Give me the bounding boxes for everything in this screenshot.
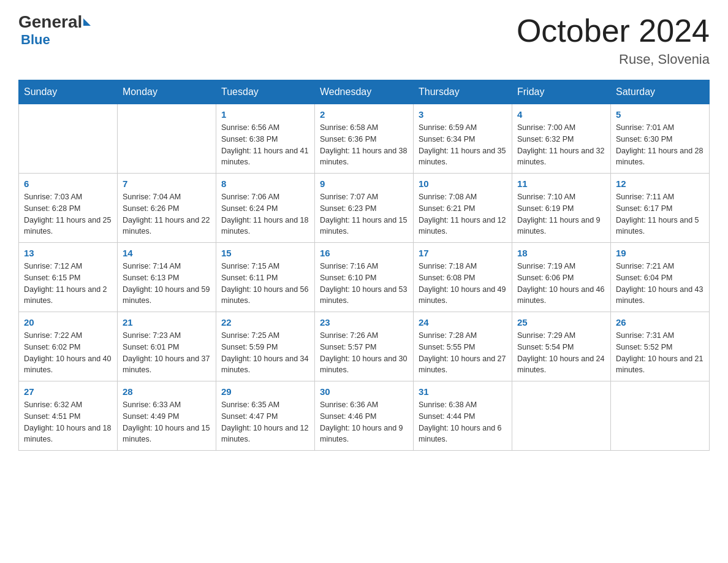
calendar-cell: 31Sunrise: 6:38 AMSunset: 4:44 PMDayligh… [414,381,512,451]
day-number: 14 [123,248,211,258]
day-info: Sunrise: 7:04 AMSunset: 6:26 PMDaylight:… [123,191,211,237]
calendar-header-row: Sunday Monday Tuesday Wednesday Thursday… [19,80,710,104]
day-number: 28 [123,386,211,397]
calendar-cell: 12Sunrise: 7:11 AMSunset: 6:17 PMDayligh… [611,174,710,243]
col-thursday: Thursday [414,80,512,104]
day-info: Sunrise: 7:03 AMSunset: 6:28 PMDaylight:… [24,191,112,237]
calendar-cell: 3Sunrise: 6:59 AMSunset: 6:34 PMDaylight… [414,104,512,174]
calendar-cell: 6Sunrise: 7:03 AMSunset: 6:28 PMDaylight… [19,174,118,243]
day-number: 4 [517,109,605,120]
day-number: 11 [517,178,605,189]
day-info: Sunrise: 7:31 AMSunset: 5:52 PMDaylight:… [616,330,704,376]
calendar-week-row: 6Sunrise: 7:03 AMSunset: 6:28 PMDaylight… [19,174,710,243]
day-info: Sunrise: 7:28 AMSunset: 5:55 PMDaylight:… [419,330,507,376]
day-info: Sunrise: 7:26 AMSunset: 5:57 PMDaylight:… [320,330,408,376]
day-info: Sunrise: 7:18 AMSunset: 6:08 PMDaylight:… [419,261,507,307]
logo-blue-text: Blue [21,32,50,47]
calendar-cell: 28Sunrise: 6:33 AMSunset: 4:49 PMDayligh… [118,381,216,451]
calendar-cell: 16Sunrise: 7:16 AMSunset: 6:10 PMDayligh… [315,243,414,312]
day-info: Sunrise: 7:19 AMSunset: 6:06 PMDaylight:… [517,261,605,307]
day-info: Sunrise: 6:59 AMSunset: 6:34 PMDaylight:… [419,122,507,168]
calendar-cell: 17Sunrise: 7:18 AMSunset: 6:08 PMDayligh… [414,243,512,312]
calendar-cell: 10Sunrise: 7:08 AMSunset: 6:21 PMDayligh… [414,174,512,243]
day-number: 10 [419,178,507,189]
day-number: 12 [616,178,704,189]
calendar-cell [118,104,216,174]
calendar-cell: 8Sunrise: 7:06 AMSunset: 6:24 PMDaylight… [216,174,315,243]
col-monday: Monday [118,80,216,104]
calendar-cell: 5Sunrise: 7:01 AMSunset: 6:30 PMDaylight… [611,104,710,174]
day-number: 29 [221,386,309,397]
day-number: 22 [221,317,309,327]
day-info: Sunrise: 7:08 AMSunset: 6:21 PMDaylight:… [419,191,507,237]
calendar-cell: 25Sunrise: 7:29 AMSunset: 5:54 PMDayligh… [512,312,611,381]
calendar-cell: 18Sunrise: 7:19 AMSunset: 6:06 PMDayligh… [512,243,611,312]
day-number: 5 [616,109,704,120]
logo: General [18,12,91,32]
calendar-cell: 20Sunrise: 7:22 AMSunset: 6:02 PMDayligh… [19,312,118,381]
day-number: 26 [616,317,704,327]
calendar-cell: 29Sunrise: 6:35 AMSunset: 4:47 PMDayligh… [216,381,315,451]
calendar-cell: 15Sunrise: 7:15 AMSunset: 6:11 PMDayligh… [216,243,315,312]
day-info: Sunrise: 7:10 AMSunset: 6:19 PMDaylight:… [517,191,605,237]
day-number: 19 [616,248,704,258]
day-number: 24 [419,317,507,327]
day-info: Sunrise: 6:56 AMSunset: 6:38 PMDaylight:… [221,122,309,168]
day-number: 15 [221,248,309,258]
col-saturday: Saturday [611,80,710,104]
calendar-cell [512,381,611,451]
day-number: 20 [24,317,112,327]
day-info: Sunrise: 7:15 AMSunset: 6:11 PMDaylight:… [221,261,309,307]
day-number: 16 [320,248,408,258]
logo-blue-row: Blue [18,32,50,48]
header: General Blue October 2024 Ruse, Slovenia [18,12,710,67]
calendar-cell: 1Sunrise: 6:56 AMSunset: 6:38 PMDaylight… [216,104,315,174]
day-info: Sunrise: 7:11 AMSunset: 6:17 PMDaylight:… [616,191,704,237]
day-number: 9 [320,178,408,189]
day-info: Sunrise: 7:01 AMSunset: 6:30 PMDaylight:… [616,122,704,168]
calendar-cell: 24Sunrise: 7:28 AMSunset: 5:55 PMDayligh… [414,312,512,381]
logo-general-text: General [18,12,82,32]
day-number: 3 [419,109,507,120]
calendar-cell: 26Sunrise: 7:31 AMSunset: 5:52 PMDayligh… [611,312,710,381]
location-title: Ruse, Slovenia [517,52,710,67]
col-tuesday: Tuesday [216,80,315,104]
day-info: Sunrise: 7:22 AMSunset: 6:02 PMDaylight:… [24,330,112,376]
day-info: Sunrise: 6:36 AMSunset: 4:46 PMDaylight:… [320,399,408,445]
calendar-cell: 22Sunrise: 7:25 AMSunset: 5:59 PMDayligh… [216,312,315,381]
day-info: Sunrise: 7:16 AMSunset: 6:10 PMDaylight:… [320,261,408,307]
month-title: October 2024 [517,12,710,49]
day-number: 8 [221,178,309,189]
day-info: Sunrise: 6:38 AMSunset: 4:44 PMDaylight:… [419,399,507,445]
col-wednesday: Wednesday [315,80,414,104]
day-number: 17 [419,248,507,258]
calendar-cell: 7Sunrise: 7:04 AMSunset: 6:26 PMDaylight… [118,174,216,243]
day-info: Sunrise: 7:21 AMSunset: 6:04 PMDaylight:… [616,261,704,307]
calendar-cell: 4Sunrise: 7:00 AMSunset: 6:32 PMDaylight… [512,104,611,174]
col-sunday: Sunday [19,80,118,104]
day-number: 7 [123,178,211,189]
col-friday: Friday [512,80,611,104]
calendar-cell [611,381,710,451]
calendar-table: Sunday Monday Tuesday Wednesday Thursday… [18,80,710,451]
day-info: Sunrise: 7:00 AMSunset: 6:32 PMDaylight:… [517,122,605,168]
day-number: 23 [320,317,408,327]
day-number: 27 [24,386,112,397]
day-info: Sunrise: 7:29 AMSunset: 5:54 PMDaylight:… [517,330,605,376]
day-number: 25 [517,317,605,327]
calendar-cell: 21Sunrise: 7:23 AMSunset: 6:01 PMDayligh… [118,312,216,381]
logo-container: General Blue [18,12,91,48]
calendar-cell: 11Sunrise: 7:10 AMSunset: 6:19 PMDayligh… [512,174,611,243]
calendar-cell: 9Sunrise: 7:07 AMSunset: 6:23 PMDaylight… [315,174,414,243]
day-info: Sunrise: 7:07 AMSunset: 6:23 PMDaylight:… [320,191,408,237]
calendar-week-row: 13Sunrise: 7:12 AMSunset: 6:15 PMDayligh… [19,243,710,312]
day-number: 13 [24,248,112,258]
day-info: Sunrise: 6:35 AMSunset: 4:47 PMDaylight:… [221,399,309,445]
day-info: Sunrise: 7:14 AMSunset: 6:13 PMDaylight:… [123,261,211,307]
day-info: Sunrise: 6:58 AMSunset: 6:36 PMDaylight:… [320,122,408,168]
calendar-cell: 30Sunrise: 6:36 AMSunset: 4:46 PMDayligh… [315,381,414,451]
day-number: 2 [320,109,408,120]
day-info: Sunrise: 6:33 AMSunset: 4:49 PMDaylight:… [123,399,211,445]
day-info: Sunrise: 7:25 AMSunset: 5:59 PMDaylight:… [221,330,309,376]
day-number: 31 [419,386,507,397]
